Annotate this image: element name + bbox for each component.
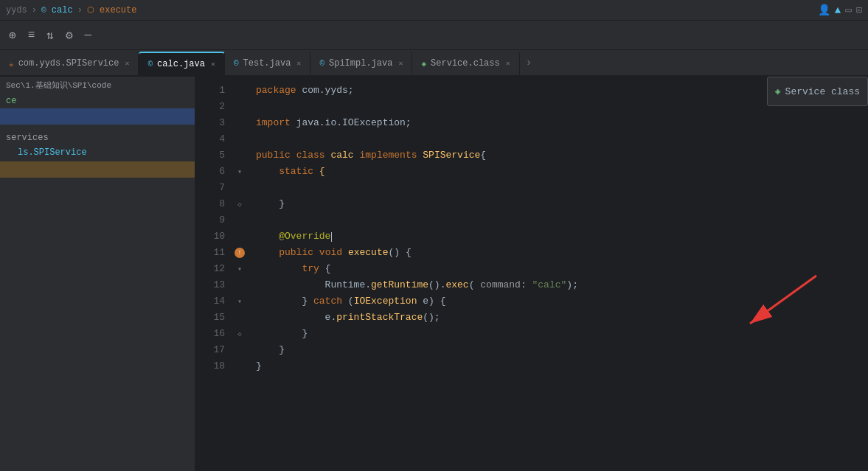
tab-spiimpl-close[interactable]: ✕ — [398, 59, 403, 68]
tab-spiimpl[interactable]: © SpiImpl.java ✕ — [310, 52, 412, 75]
code-line-17: } — [256, 342, 868, 358]
sidebar-active-item[interactable] — [0, 108, 195, 125]
main-area: Sec\1.基础知识\SPI\code ce services ls.SPISe… — [0, 77, 868, 471]
code-line-7 — [256, 180, 868, 196]
sidebar-brown-bar — [0, 161, 195, 178]
breadcrumb-bar: yyds › © calc › ⬡ execute 👤 ▲ ▭ ⊡ — [0, 0, 868, 21]
window-icon[interactable]: ▭ — [845, 4, 851, 16]
user-icon[interactable]: 👤 — [818, 4, 830, 16]
tab-calc[interactable]: © calc.java ✕ — [139, 52, 224, 75]
code-line-10: @Override — [256, 228, 868, 245]
fold-icon-12[interactable]: ▾ — [237, 265, 242, 273]
breadcrumb-execute[interactable]: ⬡ execute — [87, 5, 137, 15]
align-button[interactable]: ≡ — [25, 27, 38, 43]
breadcrumb-yyds[interactable]: yyds — [6, 5, 27, 15]
sidebar-services-label: services — [6, 133, 49, 143]
code-line-18: } — [256, 358, 868, 374]
code-line-13: Runtime.getRuntime().exec( command: "cal… — [256, 277, 868, 293]
sidebar-item-services[interactable]: services — [0, 130, 195, 145]
swap-button[interactable]: ⇅ — [44, 27, 57, 44]
tab-spiservice[interactable]: ☕ com.yyds.SPIService ✕ — [0, 52, 139, 75]
minus-button[interactable]: — — [82, 27, 95, 43]
sidebar-path: Sec\1.基础知识\SPI\code — [0, 77, 195, 94]
debug-marker-11[interactable]: ↑ — [235, 248, 245, 258]
code-line-2 — [256, 99, 868, 115]
tab-spiservice-close[interactable]: ✕ — [125, 59, 129, 68]
tab-spiimpl-label: SpiImpl.java — [329, 58, 392, 69]
fold-icon-6[interactable]: ▾ — [237, 167, 242, 176]
code-line-3: import java.io.IOException; — [256, 115, 868, 131]
code-line-8: } — [256, 196, 868, 212]
editor-area: ◈ Service class 1 2 3 4 5 6 7 8 9 10 11 … — [195, 77, 868, 471]
tab-calc-close[interactable]: ✕ — [211, 60, 215, 69]
more-tabs-icon[interactable]: › — [520, 57, 538, 69]
breadcrumb-calc[interactable]: © calc — [41, 5, 73, 15]
sidebar: Sec\1.基础知识\SPI\code ce services ls.SPISe… — [0, 77, 195, 471]
tab-serviceclass-close[interactable]: ✕ — [506, 59, 510, 68]
tab-test-label: Test.java — [243, 58, 291, 69]
code-line-15: e.printStackTrace(); — [256, 310, 868, 326]
tab-icon[interactable]: ⊡ — [856, 4, 862, 16]
tab-serviceclass[interactable]: ◈ Service.class ✕ — [412, 52, 519, 75]
tab-test-close[interactable]: ✕ — [296, 59, 301, 68]
line-numbers: 1 2 3 4 5 6 7 8 9 10 11 12 13 14 15 16 1… — [195, 77, 232, 471]
code-line-9 — [256, 212, 868, 228]
sidebar-ce-label: ce — [6, 96, 16, 106]
tab-spiimpl-icon: © — [319, 59, 324, 68]
settings-button[interactable]: ⚙ — [63, 27, 76, 44]
code-line-14: } catch (IOException e) { — [256, 293, 868, 310]
gutter: ▾ ◇ ↑ ▾ ▾ ◇ — [232, 77, 247, 471]
add-button[interactable]: ⊕ — [6, 27, 19, 44]
sidebar-item-ce[interactable]: ce — [0, 94, 195, 108]
code-line-4 — [256, 131, 868, 147]
code-line-6: static { — [256, 164, 868, 180]
tab-spiservice-icon: ☕ — [9, 59, 14, 69]
tab-test[interactable]: © Test.java ✕ — [225, 52, 310, 75]
code-line-16: } — [256, 326, 868, 342]
sidebar-item-spiservice[interactable]: ls.SPIService — [0, 145, 195, 160]
fold-icon-8[interactable]: ◇ — [237, 200, 241, 209]
sidebar-spiservice-label: ls.SPIService — [18, 147, 87, 158]
code-line-12: try { — [256, 261, 868, 277]
sidebar-spacer-1 — [0, 125, 195, 130]
tab-serviceclass-label: Service.class — [431, 58, 500, 69]
tab-test-icon: © — [234, 59, 239, 68]
toolbar: ⊕ ≡ ⇅ ⚙ — — [0, 21, 868, 50]
tab-spiservice-label: com.yyds.SPIService — [18, 58, 119, 69]
settings-icon[interactable]: ▲ — [835, 4, 841, 16]
code-line-11: public void execute() { — [256, 245, 868, 261]
tabs-bar: ☕ com.yyds.SPIService ✕ © calc.java ✕ © … — [0, 50, 868, 77]
code-content[interactable]: package com.yyds; import java.io.IOExcep… — [247, 77, 868, 471]
fold-icon-14[interactable]: ▾ — [237, 297, 242, 306]
tab-calc-label: calc.java — [157, 59, 205, 69]
breadcrumb: yyds › © calc › ⬡ execute — [6, 5, 136, 15]
tab-serviceclass-icon: ◈ — [421, 59, 426, 69]
code-line-5: public class calc implements SPIService{ — [256, 147, 868, 164]
tab-calc-icon: © — [147, 60, 153, 69]
fold-icon-16[interactable]: ◇ — [237, 330, 241, 338]
code-line-1: package com.yyds; — [256, 83, 868, 99]
